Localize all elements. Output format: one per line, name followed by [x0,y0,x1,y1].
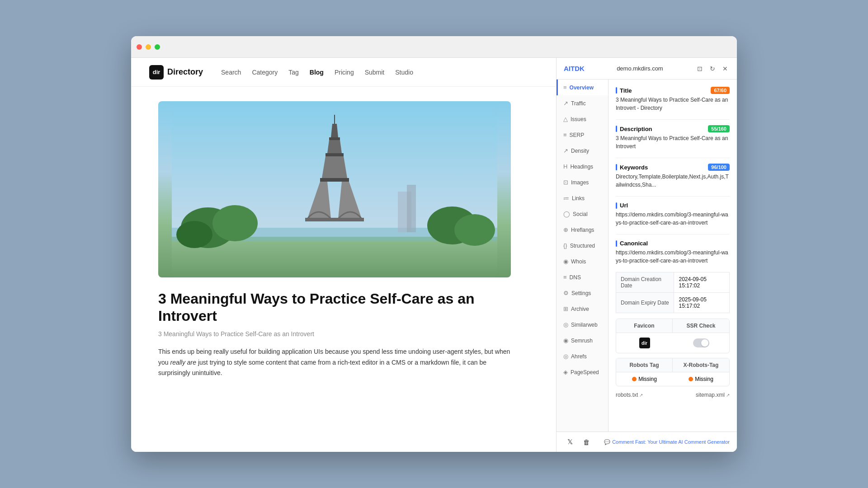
density-icon: ↗ [563,147,568,154]
sitemap-ext-icon: ↗ [726,393,730,398]
footer-icons: 𝕏 🗑 [564,436,593,448]
sidebar-item-hreflangs[interactable]: ⊕ Hreflangs [557,222,608,238]
svg-rect-14 [326,153,344,156]
semrush-icon: ◉ [563,337,568,344]
divider-1 [616,119,730,120]
sidebar-item-pagespeed[interactable]: ◈ PageSpeed [557,364,608,380]
sidebar-item-whois[interactable]: ◉ Whois [557,253,608,269]
ssr-toggle[interactable] [693,338,709,347]
trash-icon[interactable]: 🗑 [580,436,593,448]
xrobots-header: X-Robots-Tag [673,358,729,372]
keywords-label: Keywords [616,164,648,171]
ahrefs-icon: ◎ [563,353,568,360]
footer-ad-link[interactable]: 💬 Comment Fast: Your Ultimate AI Comment… [604,439,730,445]
title-value: 3 Meaningful Ways to Practice Self-Care … [616,96,730,112]
desc-indicator [616,126,617,132]
social-label: Social [573,211,588,217]
nav-tag[interactable]: Tag [288,69,299,76]
robots-ext-icon: ↗ [639,393,643,398]
twitter-icon[interactable]: 𝕏 [564,436,576,448]
aitdk-url: demo.mkdirs.com [617,65,663,72]
sidebar-item-overview[interactable]: ≡ Overview [557,80,608,95]
robots-grid: Robots Tag X-Robots-Tag Missing Missing [616,358,730,386]
sidebar-item-social[interactable]: ◯ Social [557,206,608,222]
serp-icon: ≡ [563,131,567,138]
xrobots-status-dot [689,377,693,381]
browser-window: dir Directory Search Category Tag Blog P… [131,36,737,452]
close-dot[interactable] [137,44,142,50]
main-area: dir Directory Search Category Tag Blog P… [131,58,737,452]
favicon-value: dir [616,333,673,353]
archive-label: Archive [571,306,589,312]
title-indicator [616,87,617,94]
domain-table: Domain Creation Date 2024-09-05 15:17:02… [616,272,730,313]
sidebar-item-traffic[interactable]: ↗ Traffic [557,95,608,111]
divider-3 [616,196,730,197]
brand-name: Directory [167,67,203,77]
nav-search[interactable]: Search [221,69,241,76]
sidebar-item-serp[interactable]: ≡ SERP [557,127,608,143]
density-label: Density [571,148,589,154]
headings-icon: H [563,163,567,170]
desc-label: Description [616,126,652,132]
maximize-dot[interactable] [155,44,160,50]
desc-value: 3 Meaningful Ways to Practice Self-Care … [616,134,730,150]
sidebar-item-dns[interactable]: ≡ DNS [557,269,608,285]
traffic-label: Traffic [571,100,586,107]
keywords-badge: 96/100 [708,164,730,171]
nav-category[interactable]: Category [252,69,278,76]
minimize-dot[interactable] [146,44,151,50]
domain-expiry-label: Domain Expiry Date [616,293,674,313]
hreflangs-label: Hreflangs [571,227,594,233]
sidebar-item-structured[interactable]: {} Structured [557,238,608,253]
nav-submit[interactable]: Submit [365,69,385,76]
sidebar-item-semrush[interactable]: ◉ Semrush [557,333,608,348]
website-area: dir Directory Search Category Tag Blog P… [131,58,556,452]
robots-txt-link[interactable]: robots.txt ↗ [616,392,643,398]
expand-icon[interactable]: ⊡ [695,64,704,73]
nav-studio[interactable]: Studio [395,69,413,76]
domain-expiry-value: 2025-09-05 15:17:02 [674,293,730,313]
headings-label: Headings [570,164,593,170]
sitemap-link[interactable]: sitemap.xml ↗ [696,392,730,398]
sidebar-item-issues[interactable]: △ Issues [557,111,608,127]
aitdk-panel: AITDK demo.mkdirs.com ⊡ ↻ ✕ ≡ Overview ↗ [556,58,737,452]
social-icon: ◯ [563,211,570,217]
sidebar-item-similarweb[interactable]: ◎ Similarweb [557,317,608,333]
logo-icon: dir [149,65,164,80]
links-icon: ≔ [563,195,569,202]
keywords-indicator [616,164,617,170]
close-icon[interactable]: ✕ [721,64,730,73]
eiffel-tower-svg [158,101,511,277]
refresh-icon[interactable]: ↻ [708,64,717,73]
similarweb-icon: ◎ [563,321,568,328]
nav-pricing[interactable]: Pricing [335,69,354,76]
blog-body: This ends up being really useful for bui… [158,347,511,379]
sidebar-item-links[interactable]: ≔ Links [557,190,608,206]
aitdk-sidebar: ≡ Overview ↗ Traffic △ Issues ≡ SERP [557,80,609,432]
whois-icon: ◉ [563,258,568,265]
dns-icon: ≡ [563,274,567,281]
images-icon: ⊡ [563,179,568,186]
sidebar-item-density[interactable]: ↗ Density [557,143,608,159]
pagespeed-icon: ◈ [563,369,568,375]
nav-blog[interactable]: Blog [310,69,324,76]
sidebar-item-settings[interactable]: ⚙ Settings [557,285,608,301]
favicon-icon: dir [639,338,650,348]
url-value: https://demo.mkdirs.com/blog/3-meaningfu… [616,211,730,227]
desc-field-header: Description 55/160 [616,125,730,132]
aitdk-header: AITDK demo.mkdirs.com ⊡ ↻ ✕ [557,58,737,80]
sidebar-item-images[interactable]: ⊡ Images [557,174,608,190]
canonical-indicator [616,240,617,247]
seo-desc-section: Description 55/160 3 Meaningful Ways to … [616,125,730,150]
issues-label: Issues [571,116,586,122]
sidebar-item-headings[interactable]: H Headings [557,159,608,174]
structured-icon: {} [563,242,567,249]
seo-title-section: Title 67/60 3 Meaningful Ways to Practic… [616,87,730,112]
sidebar-item-ahrefs[interactable]: ◎ Ahrefs [557,348,608,364]
links-label: Links [572,195,585,202]
svg-rect-16 [320,178,349,182]
seo-canonical-section: Canonical https://demo.mkdirs.com/blog/3… [616,240,730,265]
sidebar-item-archive[interactable]: ⊞ Archive [557,301,608,317]
overview-label: Overview [570,84,594,91]
